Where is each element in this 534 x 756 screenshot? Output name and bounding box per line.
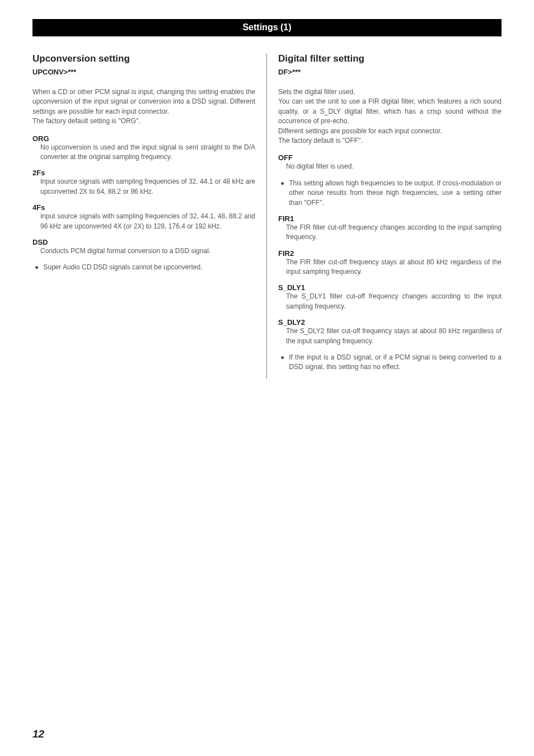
option-sdly1: S_DLY1 The S_DLY1 filter cut-off frequen… bbox=[278, 283, 502, 311]
option-title: 2Fs bbox=[32, 169, 255, 177]
page-root: Settings (1) Upconversion setting UPCONV… bbox=[0, 0, 534, 756]
option-body: Input source signals with sampling frequ… bbox=[32, 212, 255, 231]
option-title: OFF bbox=[278, 153, 502, 162]
note-text: If the input is a DSD signal, or if a PC… bbox=[289, 353, 502, 372]
bullet-icon: ● bbox=[35, 263, 39, 272]
option-body: Conducts PCM digital format conversion t… bbox=[32, 246, 255, 256]
option-sdly2: S_DLY2 The S_DLY2 filter cut-off frequen… bbox=[278, 318, 502, 346]
digital-filter-intro: Sets the digital filter used. You can se… bbox=[278, 87, 502, 146]
bullet-icon: ● bbox=[280, 353, 284, 372]
option-title: S_DLY1 bbox=[278, 283, 502, 292]
option-body: The S_DLY1 filter cut-off frequency chan… bbox=[278, 292, 502, 311]
off-note: ● This setting allows high frequencies t… bbox=[278, 179, 502, 208]
end-note: ● If the input is a DSD signal, or if a … bbox=[278, 353, 502, 372]
note-text: This setting allows high frequencies to … bbox=[289, 179, 502, 208]
option-body: The FIR filter cut-off frequency stays a… bbox=[278, 258, 502, 277]
option-fir1: FIR1 The FIR filter cut-off frequency ch… bbox=[278, 214, 502, 242]
option-org: ORG No upconversion is used and the inpu… bbox=[32, 134, 255, 162]
option-body: No digital filter is used. bbox=[278, 162, 502, 171]
option-title: S_DLY2 bbox=[278, 318, 502, 326]
option-title: FIR2 bbox=[278, 249, 502, 258]
option-dsd: DSD Conducts PCM digital format conversi… bbox=[32, 238, 255, 256]
option-body: The FIR filter cut-off frequency changes… bbox=[278, 223, 502, 242]
option-title: 4Fs bbox=[32, 203, 255, 212]
two-column-layout: Upconversion setting UPCONV>*** When a C… bbox=[32, 53, 502, 379]
upconversion-heading: Upconversion setting bbox=[32, 53, 255, 64]
option-off: OFF No digital filter is used. bbox=[278, 153, 502, 171]
right-column: Digital filter setting DF>*** Sets the d… bbox=[267, 53, 502, 379]
upconversion-code: UPCONV>*** bbox=[32, 68, 255, 76]
option-body: No upconversion is used and the input si… bbox=[32, 143, 255, 162]
option-body: The S_DLY2 filter cut-off frequency stay… bbox=[278, 326, 502, 346]
option-body: Input source signals with sampling frequ… bbox=[32, 177, 255, 197]
left-column: Upconversion setting UPCONV>*** When a C… bbox=[32, 53, 267, 379]
option-2fs: 2Fs Input source signals with sampling f… bbox=[32, 169, 255, 197]
upconversion-intro: When a CD or other PCM signal is input, … bbox=[32, 87, 255, 127]
digital-filter-code: DF>*** bbox=[278, 68, 502, 76]
upconversion-note: ● Super Audio CD DSD signals cannot be u… bbox=[32, 263, 255, 272]
page-number: 12 bbox=[32, 728, 44, 740]
note-text: Super Audio CD DSD signals cannot be upc… bbox=[43, 263, 202, 272]
section-bar: Settings (1) bbox=[32, 19, 502, 36]
section-bar-title: Settings (1) bbox=[242, 22, 291, 32]
option-fir2: FIR2 The FIR filter cut-off frequency st… bbox=[278, 249, 502, 277]
option-title: DSD bbox=[32, 238, 255, 246]
option-title: FIR1 bbox=[278, 214, 502, 223]
option-title: ORG bbox=[32, 134, 255, 143]
bullet-icon: ● bbox=[280, 179, 284, 208]
digital-filter-heading: Digital filter setting bbox=[278, 53, 502, 64]
option-4fs: 4Fs Input source signals with sampling f… bbox=[32, 203, 255, 231]
